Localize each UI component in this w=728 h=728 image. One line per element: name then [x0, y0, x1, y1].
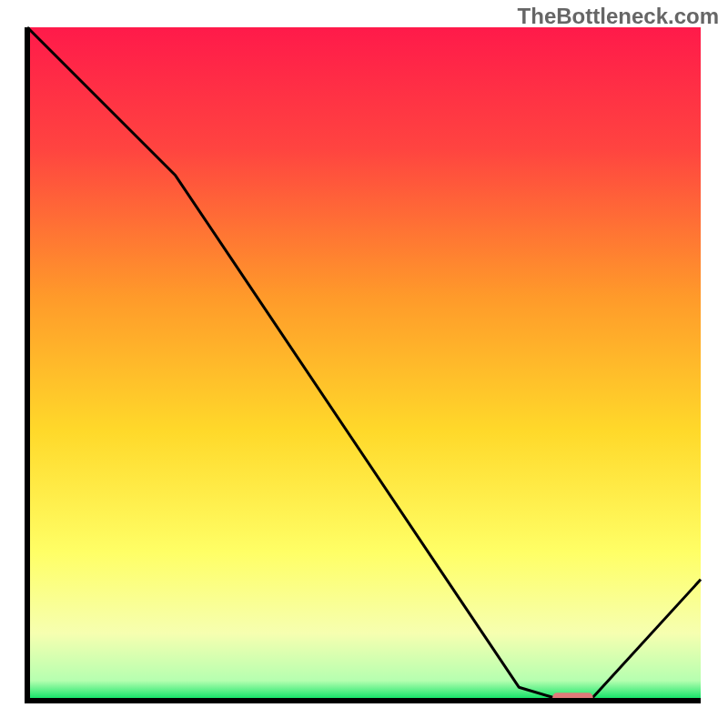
chart-container: TheBottleneck.com [0, 0, 728, 728]
bottleneck-chart [0, 0, 728, 728]
watermark-text: TheBottleneck.com [518, 4, 719, 29]
